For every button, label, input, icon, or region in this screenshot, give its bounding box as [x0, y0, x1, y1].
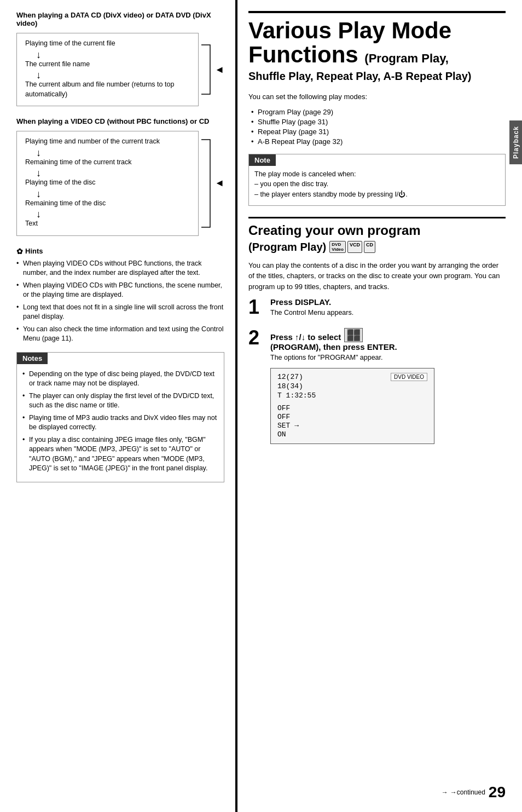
- menu-item4: ON: [277, 430, 427, 439]
- note-inline-box: Note The play mode is canceled when: – y…: [248, 154, 506, 206]
- program-tracks: 12(27) 18(34) T 1:32:55: [277, 373, 316, 401]
- s2-bracket-svg: [200, 137, 213, 230]
- program-menu: OFF OFF SET → ON: [277, 404, 427, 439]
- section1: When playing a DATA CD (DivX video) or D…: [16, 11, 224, 106]
- s2-arrow4: ↓: [36, 209, 190, 219]
- continued-label: →continued: [450, 788, 485, 796]
- play-modes-list: Program Play (page 29) Shuffle Play (pag…: [248, 108, 506, 146]
- s2-item3: Playing time of the disc: [25, 178, 190, 188]
- section1-diagram: Playing time of the current file ↓ The c…: [16, 33, 224, 106]
- creating-subheading-row: (Program Play) DVDVideo VCD CD: [248, 241, 506, 254]
- page-footer: → →continued 29: [442, 784, 506, 801]
- note-line3: – the player enters standby mode by pres…: [254, 189, 500, 200]
- hints-label: Hints: [25, 247, 43, 255]
- mode-3: Repeat Play (page 31): [251, 128, 506, 136]
- page-number: 29: [489, 784, 506, 801]
- s2-arrow-right: ◄: [214, 177, 224, 189]
- section-divider: [248, 217, 506, 218]
- menu-item1: OFF: [277, 404, 427, 412]
- mode-4: A-B Repeat Play (page 32): [251, 137, 506, 146]
- track-line3: T 1:32:55: [277, 391, 316, 400]
- notes-title: Notes: [17, 353, 48, 364]
- main-title-text2: Functions: [248, 42, 358, 67]
- s1-bracket-svg: [200, 42, 213, 97]
- s1-item1: Playing time of the current file: [25, 39, 190, 49]
- section2-diagram-content: Playing time and number of the current t…: [16, 131, 199, 236]
- main-title-paren: (Program Play,: [364, 51, 449, 65]
- s1-arrow-right: ◄: [214, 64, 224, 76]
- note-line2: – you open the disc tray.: [254, 179, 500, 189]
- step1-content: Press DISPLAY. The Control Menu appears.: [270, 297, 506, 318]
- s1-item2: The current file name: [25, 60, 190, 70]
- program-display-top: 12(27) 18(34) T 1:32:55 DVD VIDEO: [277, 373, 427, 401]
- program-display-box: 12(27) 18(34) T 1:32:55 DVD VIDEO OFF OF…: [270, 368, 434, 444]
- badge-vcd: VCD: [347, 241, 362, 253]
- track-line1: 12(27): [277, 373, 316, 381]
- badge-cd: CD: [364, 241, 375, 253]
- creating-section: Creating your own program (Program Play)…: [248, 223, 506, 444]
- hint-item-2: When playing VIDEO CDs with PBC function…: [16, 281, 224, 300]
- right-column: Playback Various Play Mode Functions (Pr…: [235, 0, 522, 812]
- menu-item3: SET →: [277, 422, 427, 430]
- playback-tab: Playback: [509, 120, 522, 164]
- step2-number: 2: [248, 328, 265, 348]
- left-column: When playing a DATA CD (DivX video) or D…: [0, 0, 235, 812]
- s2-arrow3: ↓: [36, 189, 190, 199]
- step1-number: 1: [248, 297, 265, 317]
- mode-2: Shuffle Play (page 31): [251, 118, 506, 126]
- s2-item2: Remaining time of the current track: [25, 158, 190, 168]
- hints-icon: ✿: [16, 247, 23, 256]
- note-item-4: If you play a disc containing JPEG image…: [22, 435, 218, 474]
- notes-list: Depending on the type of disc being play…: [22, 370, 218, 474]
- creating-heading-text: Creating your own program: [248, 223, 421, 238]
- section1-diagram-content: Playing time of the current file ↓ The c…: [16, 33, 199, 106]
- note-inline-content: The play mode is canceled when: – you op…: [249, 169, 505, 205]
- s2-right-indicator: ◄: [200, 131, 224, 236]
- continued-text: → →continued: [442, 788, 485, 796]
- s1-item3: The current album and file number (retur…: [25, 80, 190, 99]
- badges-container: DVDVideo VCD CD: [329, 241, 375, 253]
- main-title: Various Play Mode Functions (Program Pla…: [248, 11, 506, 67]
- step2-content: Press ↑/↓ to select ⬛⬛⬛⬛ (PROGRAM), then…: [270, 328, 506, 445]
- note-line1: The play mode is canceled when:: [254, 169, 500, 180]
- section2: When playing a VIDEO CD (without PBC fun…: [16, 117, 224, 236]
- s1-arrow2: ↓: [36, 70, 190, 80]
- note-item-2: The player can only display the first le…: [22, 391, 218, 411]
- creating-intro: You can play the contents of a disc in t…: [248, 260, 506, 292]
- section2-heading: When playing a VIDEO CD (without PBC fun…: [16, 117, 224, 125]
- step2-title: Press ↑/↓ to select ⬛⬛⬛⬛ (PROGRAM), then…: [270, 328, 506, 352]
- s2-arrow1: ↓: [36, 148, 190, 158]
- s2-item5: Text: [25, 219, 190, 229]
- track-line2: 18(34): [277, 382, 316, 390]
- hint-item-3: Long text that does not fit in a single …: [16, 303, 224, 322]
- creating-subheading-text: (Program Play): [248, 241, 326, 254]
- badge-dvd: DVDVideo: [329, 241, 346, 253]
- dvd-video-tag: DVD VIDEO: [391, 373, 427, 381]
- step1-sub: The Control Menu appears.: [270, 308, 506, 318]
- intro-text: You can set the following play modes:: [248, 91, 506, 102]
- s1-arrow1: ↓: [36, 50, 190, 60]
- hint-item-4: You can also check the time information …: [16, 325, 224, 344]
- program-icon: ⬛⬛⬛⬛: [344, 328, 363, 342]
- hint-item-1: When playing VIDEO CDs without PBC funct…: [16, 259, 224, 278]
- page-container: When playing a DATA CD (DivX video) or D…: [0, 0, 522, 812]
- s1-right-indicator: ◄: [200, 33, 224, 106]
- menu-item2: OFF: [277, 413, 427, 421]
- s2-arrow2: ↓: [36, 168, 190, 178]
- step2: 2 Press ↑/↓ to select ⬛⬛⬛⬛ (PROGRAM), th…: [248, 328, 506, 445]
- mode-1: Program Play (page 29): [251, 108, 506, 116]
- note-item-1: Depending on the type of disc being play…: [22, 370, 218, 389]
- step1: 1 Press DISPLAY. The Control Menu appear…: [248, 297, 506, 318]
- step2-title-text1: Press ↑/↓ to select: [270, 332, 341, 342]
- creating-heading: Creating your own program: [248, 223, 506, 239]
- step2-sub: The options for "PROGRAM" appear.: [270, 353, 506, 363]
- hints-list: When playing VIDEO CDs without PBC funct…: [16, 259, 224, 344]
- notes-content: Depending on the type of disc being play…: [17, 367, 224, 482]
- s2-item4: Remaining time of the disc: [25, 199, 190, 209]
- main-title-text1: Various Play Mode: [248, 18, 451, 43]
- notes-box: Notes Depending on the type of disc bein…: [16, 352, 224, 482]
- note-item-3: Playing time of MP3 audio tracks and Div…: [22, 413, 218, 433]
- step2-title-text2: (PROGRAM), then press ENTER.: [270, 342, 397, 352]
- note-inline-title: Note: [249, 154, 276, 166]
- step1-title: Press DISPLAY.: [270, 297, 506, 307]
